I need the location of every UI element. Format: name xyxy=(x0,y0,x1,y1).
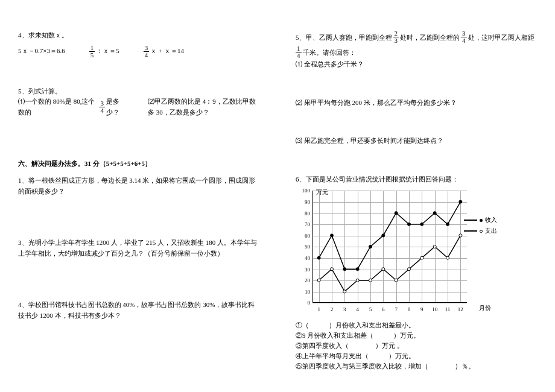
q6-1: 1、将一根铁丝围成正方形，每边长是 3.14 米，如果将它围成一个圆形，围成圆形… xyxy=(18,175,259,197)
q6r-1: ①（ ）月份收入和支出相差最小。 xyxy=(296,321,537,330)
q5-2: ⑵甲乙两数的比是 4︰9，乙数比甲数多 30，乙数是多少？ xyxy=(148,96,259,118)
svg-point-4 xyxy=(369,245,372,248)
svg-point-15 xyxy=(356,279,359,282)
svg-point-10 xyxy=(446,223,449,226)
frac-2-3: 2 3 xyxy=(393,30,399,44)
svg-point-7 xyxy=(408,223,411,226)
q5-sub: ⑴一个数的 80%是 80,这个数的 3 4 是多少？ ⑵甲乙两数的比是 4︰9… xyxy=(18,96,259,118)
svg-point-16 xyxy=(369,279,372,282)
x-axis-label: 月份 xyxy=(479,304,491,312)
q4-eq2-tail: ：ｘ＝5 xyxy=(96,46,119,57)
q5r-t1: 5、甲、乙两人赛跑，甲跑到全程 xyxy=(296,31,392,44)
q4-block: 4、求未知数ｘ。 5ｘ－0.7×3＝6.6 1 5 ：ｘ＝5 3 4 ｘ + ｘ… xyxy=(18,30,259,58)
svg-point-2 xyxy=(343,268,346,271)
q5r-3: ⑶ 果乙跑完全程，甲还要多长时间才能到达终点？ xyxy=(296,136,537,147)
svg-point-20 xyxy=(420,256,423,259)
svg-point-17 xyxy=(382,268,385,271)
frac-3-4-a: 3 4 xyxy=(144,45,150,58)
svg-point-19 xyxy=(408,268,411,271)
svg-point-21 xyxy=(433,245,436,248)
legend-line2-icon xyxy=(464,230,477,232)
frac-1-4: 1 4 xyxy=(296,45,302,59)
q6r-5: ⑤第四季度收入与第三季度收入比较，增加（ ）％。 xyxy=(296,362,537,371)
q6-3: 3、光明小学上学年有学生 1200 人，毕业了 215 人，又招收新生 180 … xyxy=(18,238,259,259)
q5r-t2: 处时，乙跑到全程的 xyxy=(400,31,460,44)
q4-eq2: 1 5 ：ｘ＝5 xyxy=(89,45,119,58)
section-6-title: 六、解决问题办法多。31 分（5+5+5+5+6+5） xyxy=(18,159,259,169)
legend-expense-label: 支出 xyxy=(485,226,497,236)
q4-equations: 5ｘ－0.7×3＝6.6 1 5 ：ｘ＝5 3 4 ｘ + ｘ＝14 xyxy=(18,45,259,58)
q5r-stem: 5、甲、乙两人赛跑，甲跑到全程 2 3 处时，乙跑到全程的 3 4 处，这时甲乙… xyxy=(296,30,537,59)
chart: 万元 月份 0102030405060708090100123456789101… xyxy=(298,191,491,317)
svg-point-9 xyxy=(433,212,436,215)
svg-point-8 xyxy=(420,223,423,226)
q5r-1: ⑴ 全程总共多少千米？ xyxy=(296,59,537,70)
q6-4: 4、学校图书馆科技书占图书总数的 40%，故事书占图书总数的 30%，故事书比科… xyxy=(18,300,259,321)
legend-income: 收入 xyxy=(464,215,497,226)
frac-3-4-c: 3 4 xyxy=(461,30,467,44)
svg-point-22 xyxy=(446,256,449,259)
svg-point-14 xyxy=(343,290,346,293)
svg-point-12 xyxy=(317,279,320,282)
q4-eq3-tail: ｘ + ｘ＝14 xyxy=(150,46,184,57)
svg-point-13 xyxy=(331,268,334,271)
legend-income-label: 收入 xyxy=(485,215,497,226)
q5-title: 5、列式计算。 xyxy=(18,86,259,97)
frac-3-4-b: 3 4 xyxy=(99,100,105,114)
q5-block: 5、列式计算。 ⑴一个数的 80%是 80,这个数的 3 4 是多少？ ⑵甲乙两… xyxy=(18,86,259,118)
q6r-2: ②9 月份收入和支出相差（ ）万元。 xyxy=(296,331,537,340)
legend-dot-solid-icon xyxy=(480,219,483,222)
svg-point-1 xyxy=(331,234,334,237)
q4-eq1: 5ｘ－0.7×3＝6.6 xyxy=(18,46,65,57)
q5r-2: ⑵ 果甲平均每分跑 200 米，那么乙平均每分跑多少米？ xyxy=(296,98,537,109)
svg-point-23 xyxy=(459,234,462,237)
q5r-block: 5、甲、乙两人赛跑，甲跑到全程 2 3 处时，乙跑到全程的 3 4 处，这时甲乙… xyxy=(296,30,537,70)
svg-point-3 xyxy=(356,268,359,271)
q6r-3: ③第四季度收入（ ）万元 。 xyxy=(296,341,537,350)
legend-expense: 支出 xyxy=(464,226,497,236)
svg-point-0 xyxy=(317,256,320,259)
legend-line-icon xyxy=(464,220,477,221)
q5r-t3: 处，这时甲乙两人相距 xyxy=(468,31,534,44)
left-column: 4、求未知数ｘ。 5ｘ－0.7×3＝6.6 1 5 ：ｘ＝5 3 4 ｘ + ｘ… xyxy=(18,30,278,380)
q5-1: ⑴一个数的 80%是 80,这个数的 3 4 是多少？ xyxy=(18,96,130,118)
svg-point-18 xyxy=(395,279,398,282)
svg-point-6 xyxy=(395,212,398,215)
q5r-t4: 千米。请你回答： xyxy=(303,46,356,59)
q5-1-post: 是多少？ xyxy=(106,96,130,118)
legend-dot-hollow-icon xyxy=(480,230,483,233)
q4-eq3: 3 4 ｘ + ｘ＝14 xyxy=(144,45,184,58)
q6r-title: 6、下面是某公司营业情况统计图根据统计图回答问题： xyxy=(296,174,537,185)
frac-1-5: 1 5 xyxy=(89,45,95,58)
chart-plot xyxy=(312,191,467,303)
right-column: 5、甲、乙两人赛跑，甲跑到全程 2 3 处时，乙跑到全程的 3 4 处，这时甲乙… xyxy=(278,30,537,380)
q4-title: 4、求未知数ｘ。 xyxy=(18,30,259,41)
q5-1-pre: ⑴一个数的 80%是 80,这个数的 xyxy=(18,96,98,118)
svg-point-11 xyxy=(459,200,462,203)
q6r-4: ④上半年平均每月支出（ ）万元。 xyxy=(296,352,537,361)
chart-legend: 收入 支出 xyxy=(464,215,497,236)
svg-point-5 xyxy=(382,234,385,237)
